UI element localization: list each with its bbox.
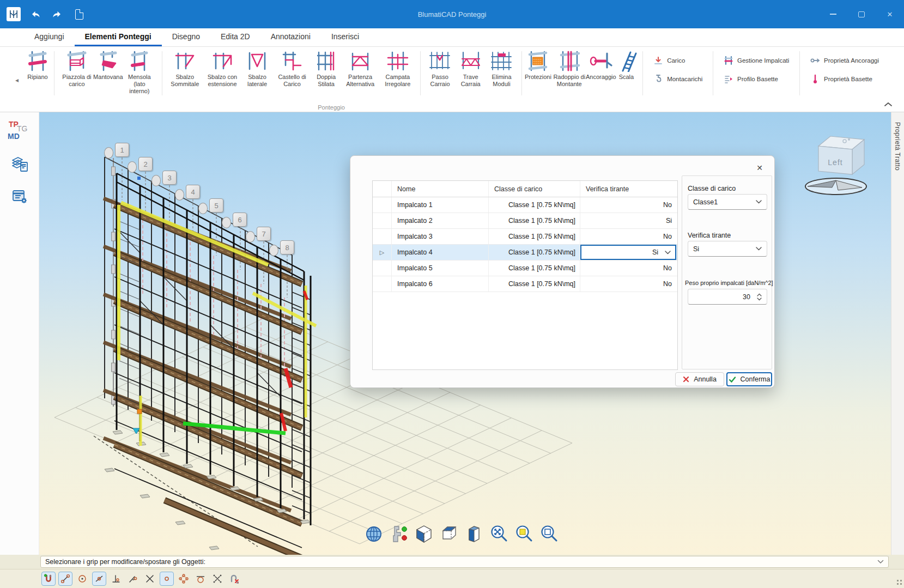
view-cube[interactable]: Left [800, 131, 872, 197]
cell-classe[interactable]: Classe 1 [0.75 kN\mq] [489, 229, 580, 244]
snap-endpoint-button[interactable] [58, 572, 72, 586]
spinner-down-icon[interactable] [757, 298, 762, 301]
chevron-down-icon [756, 200, 762, 204]
tab-disegno[interactable]: Disegno [162, 28, 210, 46]
dialog-close-button[interactable]: ✕ [751, 160, 768, 175]
column-header-classe: Classe di carico [489, 181, 580, 197]
ribbon-button-radoppio-di-montante[interactable]: Radoppio di Montante [550, 50, 588, 88]
ribbon-button-passo-carraio[interactable]: Passo Carraio [424, 50, 456, 88]
orbit-globe-button[interactable] [363, 523, 385, 545]
solid-panel-icon [464, 524, 484, 544]
ribbon-button-sbalzo-sommitale[interactable]: Sbalzo Sommitale [166, 50, 204, 88]
undo-button[interactable] [28, 7, 43, 21]
proprieta-tratto-tab[interactable]: Proprietà Tratto [894, 122, 901, 171]
zoom-extents-button[interactable] [488, 523, 510, 545]
new-document-button[interactable] [72, 7, 86, 21]
snap-intersection-button[interactable] [143, 572, 157, 586]
cell-classe[interactable]: Classe 1 [0.75 kN\mq] [489, 245, 580, 260]
chevron-down-icon[interactable] [877, 560, 884, 564]
window-resize-grip[interactable] [897, 580, 899, 581]
ribbon-button-label: Proprietà Ancoraggi [824, 57, 879, 64]
cell-verifica[interactable]: No [580, 197, 676, 213]
tab-annotazioni[interactable]: Annotazioni [260, 28, 321, 46]
ribbon-button-doppia-stilata[interactable]: Doppia Stilata [311, 50, 341, 88]
snap-magnet-button[interactable] [41, 572, 56, 586]
peso-proprio-spinner[interactable]: 30 [688, 289, 767, 305]
walk-view-icon [389, 524, 409, 544]
maximize-button[interactable] [847, 0, 876, 28]
spinner-up-icon[interactable] [757, 293, 762, 296]
close-button[interactable]: ✕ [876, 0, 904, 28]
ribbon-button-profilo-basette[interactable]: Profilo Basette [724, 74, 789, 84]
ribbon-button-mantovana[interactable]: Mantovana [95, 50, 120, 81]
table-row[interactable]: Impalcato 3 Classe 1 [0.75 kN\mq] No [373, 229, 677, 245]
minimize-button[interactable] [819, 0, 847, 28]
snap-perpendicular-button[interactable] [109, 572, 123, 586]
cell-verifica[interactable]: Si [580, 213, 676, 228]
collapse-ribbon-button[interactable] [882, 100, 894, 108]
annulla-button[interactable]: Annulla [675, 372, 724, 386]
snap-disable-button[interactable] [227, 572, 241, 586]
side-view-button[interactable] [463, 523, 485, 545]
table-row[interactable]: Impalcato 5 Classe 1 [0.75 kN\mq] No [373, 260, 677, 276]
table-row[interactable]: Impalcato 2 Classe 1 [0.75 kN\mq] Si [373, 213, 677, 229]
cell-classe[interactable]: Classe 1 [0.75 kN\mq] [489, 276, 580, 292]
ribbon-button-partenza-alternativa[interactable]: Partenza Alternativa [342, 50, 379, 88]
snap-from-button[interactable] [126, 572, 140, 586]
ribbon-button-elimina-moduli[interactable]: Elimina Moduli [486, 50, 517, 88]
iso-view-button[interactable] [413, 523, 435, 545]
layers-report-button[interactable] [9, 154, 30, 174]
cell-classe[interactable]: Classe 1 [0.75 kN\mq] [489, 197, 580, 213]
zoom-window-button[interactable] [513, 523, 535, 545]
table-row[interactable]: Impalcato 6 Classe 1 [0.75 kN\mq] No [373, 276, 677, 292]
ribbon-button-proprieta-basette[interactable]: Proprietà Basette [810, 74, 879, 84]
walk-view-button[interactable] [388, 523, 410, 545]
command-input[interactable]: Selezionare i grip per modificare/sposta… [40, 556, 889, 568]
magnet-snap-icon [43, 573, 54, 584]
ribbon-button-scala[interactable]: Scala [614, 50, 639, 81]
ribbon-button-piazzola-di-carico[interactable]: Piazzola di carico [58, 50, 95, 88]
ribbon-button-castello-di-carico[interactable]: Castello di Carico [274, 50, 311, 88]
cell-verifica[interactable]: No [580, 229, 676, 244]
ribbon-button-ancoraggio[interactable]: Ancoraggio [588, 50, 614, 81]
verifica-cell-dropdown[interactable]: Si [580, 245, 676, 260]
ribbon-button-trave-carraia[interactable]: Trave Carraia [456, 50, 486, 88]
cell-classe[interactable]: Classe 1 [0.75 kN\mq] [489, 260, 580, 276]
ribbon-button-carico[interactable]: Carico [653, 56, 702, 65]
snap-node-button[interactable] [160, 572, 174, 586]
snap-tangent-button[interactable] [193, 572, 208, 586]
snap-apparent-intersection-button[interactable] [210, 572, 225, 586]
ribbon-button-ripiano[interactable]: Ripiano [25, 50, 50, 81]
ribbon-button-mensola-lato-interno[interactable]: Mensola (lato interno) [121, 50, 159, 95]
ribbon-divider [162, 51, 162, 95]
ribbon-button-proprieta-ancoraggi[interactable]: Proprietà Ancoraggi [810, 56, 879, 65]
ribbon-scroll-left-button[interactable]: ◂ [12, 73, 22, 87]
cell-verifica[interactable]: No [580, 276, 676, 292]
snap-midpoint-button[interactable] [92, 572, 106, 586]
ribbon-button-campata-irregolare[interactable]: Campata Irregolare [379, 50, 416, 88]
ribbon-button-label: Radoppio di Montante [553, 74, 586, 88]
cell-verifica[interactable]: No [580, 260, 676, 276]
conferma-button[interactable]: Conferma [726, 372, 772, 386]
ribbon-button-sbalzo-con-estensione[interactable]: Sbalzo con estensione [204, 50, 241, 88]
cell-nome: Impalcato 6 [392, 276, 489, 292]
table-row-selected[interactable]: ▷ Impalcato 4 Classe 1 [0.75 kN\mq] Si [373, 245, 677, 260]
redo-button[interactable] [50, 7, 64, 21]
table-row[interactable]: Impalcato 1 Classe 1 [0.75 kN\mq] No [373, 197, 677, 213]
report-settings-button[interactable] [9, 186, 30, 207]
ribbon-button-montacarichi[interactable]: Montacarichi [653, 74, 702, 84]
ribbon-button-sbalzo-laterale[interactable]: Sbalzo laterale [241, 50, 273, 88]
ribbon-button-gestione-impalcati[interactable]: Gestione Impalcati [724, 56, 789, 65]
tab-elementi-ponteggi[interactable]: Elementi Ponteggi [75, 28, 162, 46]
snap-quadrant-button[interactable] [177, 572, 191, 586]
verifica-tirante-select[interactable]: Si [688, 241, 767, 257]
classe-di-carico-select[interactable]: Classe1 [688, 194, 767, 210]
ribbon-button-protezioni[interactable]: Protezioni [525, 50, 550, 81]
box-view-button[interactable] [438, 523, 460, 545]
tab-inserisci[interactable]: Inserisci [321, 28, 369, 46]
tab-aggiungi[interactable]: Aggiungi [24, 28, 75, 46]
zoom-previous-button[interactable] [538, 523, 560, 545]
tab-edita-2d[interactable]: Edita 2D [210, 28, 260, 46]
cell-classe[interactable]: Classe 1 [0.75 kN\mq] [489, 213, 580, 228]
snap-center-button[interactable] [75, 572, 89, 586]
